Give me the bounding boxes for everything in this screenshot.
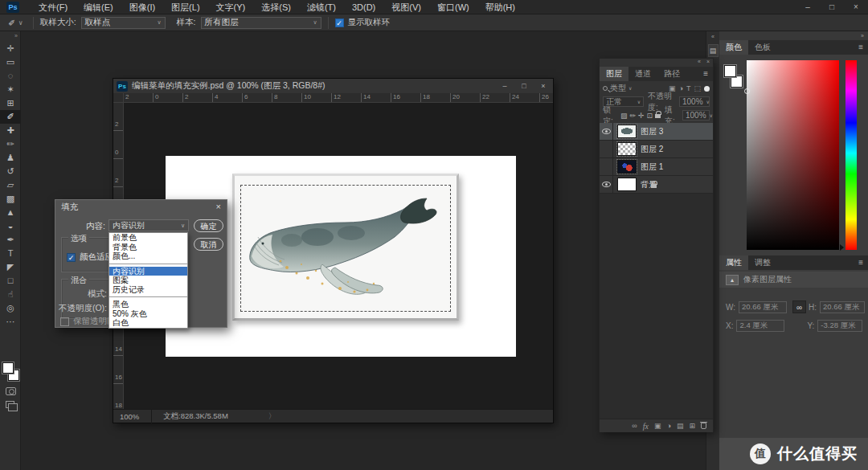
layer-group-icon[interactable]: ▤ xyxy=(677,422,684,430)
tab-properties[interactable]: 属性 xyxy=(719,255,748,270)
menu-item[interactable]: 帮助(H) xyxy=(477,0,523,14)
type-tool[interactable]: T xyxy=(0,247,21,260)
saturation-brightness-field[interactable] xyxy=(747,60,839,250)
menu-item[interactable]: 选择(S) xyxy=(253,0,299,14)
dropdown-option[interactable]: 前景色 xyxy=(109,233,187,243)
dropdown-option[interactable]: 背景色 xyxy=(109,243,187,252)
healing-brush-tool[interactable]: ✚ xyxy=(0,124,21,137)
color-picker-marker[interactable] xyxy=(744,88,750,94)
tab-channels[interactable]: 通道 xyxy=(628,67,657,81)
lock-position-icon[interactable]: ✛ xyxy=(638,112,645,120)
visibility-cell[interactable] xyxy=(600,123,613,141)
link-layers-icon[interactable]: ∞ xyxy=(632,422,637,430)
zoom-tool[interactable]: ◎ xyxy=(0,301,21,315)
visibility-cell[interactable] xyxy=(600,141,613,158)
menu-item[interactable]: 图像(I) xyxy=(121,0,163,14)
foreground-color-swatch[interactable] xyxy=(2,362,14,374)
dropdown-option[interactable]: 白色 xyxy=(109,318,187,328)
layer-row[interactable]: 背景 xyxy=(600,176,713,194)
eye-icon[interactable] xyxy=(602,129,611,134)
filter-adjustment-layer-icon[interactable]: ◑ xyxy=(679,84,683,92)
ok-button[interactable]: 确定 xyxy=(194,219,223,232)
lasso-tool[interactable]: ◌ xyxy=(0,69,21,83)
tab-color[interactable]: 颜色 xyxy=(719,40,748,55)
blur-tool[interactable]: ▲ xyxy=(0,206,21,219)
panel-collapse-icon[interactable]: « xyxy=(698,59,701,64)
panel-menu-icon[interactable]: ≡ xyxy=(703,67,713,81)
visibility-cell[interactable] xyxy=(600,176,613,194)
zoom-level[interactable]: 100% xyxy=(113,410,152,423)
lock-transparency-icon[interactable]: ▨ xyxy=(620,112,628,120)
new-layer-icon[interactable]: ⊞ xyxy=(689,422,695,430)
toolbar-expand-icon[interactable]: » xyxy=(0,31,20,42)
move-tool[interactable]: ✛ xyxy=(0,42,21,55)
document-title-bar[interactable]: Ps 编辑菜单的填充实例.psd @ 100% (图层 3, RGB/8#) –… xyxy=(113,79,553,93)
menu-item[interactable]: 编辑(E) xyxy=(76,0,121,14)
layer-mask-icon[interactable]: ▣ xyxy=(654,422,661,430)
sample-select[interactable]: 所有图层 ∨ xyxy=(201,17,321,29)
layer-effects-icon[interactable]: fx xyxy=(643,422,649,431)
menu-item[interactable]: 文字(Y) xyxy=(208,0,254,14)
lock-artboard-icon[interactable]: ⊡ xyxy=(647,112,653,120)
menu-item[interactable]: 视图(V) xyxy=(383,0,429,14)
status-chevron-icon[interactable]: 〉 xyxy=(228,411,276,422)
dropdown-option[interactable]: 黑色 xyxy=(109,300,187,309)
dialog-close-icon[interactable]: × xyxy=(216,202,221,211)
dock-expand-icon[interactable]: » xyxy=(861,33,864,39)
history-brush-tool[interactable]: ↺ xyxy=(0,165,21,178)
marquee-tool[interactable]: ▭ xyxy=(0,55,21,69)
screen-mode-button[interactable] xyxy=(6,401,14,408)
layer-thumbnail[interactable] xyxy=(617,178,637,191)
menu-item[interactable]: 滤镜(T) xyxy=(299,0,344,14)
lock-pixels-icon[interactable]: ✏ xyxy=(629,112,636,120)
adjustment-layer-icon[interactable]: ◑ xyxy=(667,422,671,430)
crop-tool[interactable]: ⊞ xyxy=(0,96,21,110)
path-selection-tool[interactable]: ◤ xyxy=(0,260,21,274)
doc-minimize-icon[interactable]: – xyxy=(495,79,514,93)
y-field[interactable]: -3.28 厘米 xyxy=(817,320,862,332)
history-panel-icon[interactable]: ▤ xyxy=(708,44,719,57)
tab-adjustments[interactable]: 调整 xyxy=(748,255,777,270)
close-icon[interactable]: × xyxy=(844,0,868,14)
dropdown-option[interactable]: 内容识别 xyxy=(109,267,187,276)
x-field[interactable]: 2.4 厘米 xyxy=(736,320,784,332)
menu-item[interactable]: 窗口(W) xyxy=(429,0,477,14)
fill-dialog-title[interactable]: 填充 xyxy=(55,200,227,214)
eye-icon[interactable] xyxy=(602,182,611,187)
layer-thumbnail[interactable] xyxy=(617,160,637,174)
fill-content-select[interactable]: 内容识别 ∨ xyxy=(108,219,189,231)
menu-item[interactable]: 3D(D) xyxy=(344,0,383,14)
color-panel-foreground-swatch[interactable] xyxy=(724,65,736,77)
tab-paths[interactable]: 路径 xyxy=(657,67,686,81)
shape-tool[interactable]: □ xyxy=(0,274,21,288)
chevron-down-icon[interactable]: ∨ xyxy=(628,85,632,91)
lock-all-icon[interactable] xyxy=(655,114,661,118)
dropdown-option[interactable]: 历史记录 xyxy=(109,285,187,295)
dropdown-option[interactable]: 50% 灰色 xyxy=(109,309,187,319)
color-adaptation-checkbox[interactable]: ✓ xyxy=(67,253,76,262)
panel-menu-icon[interactable]: ≡ xyxy=(858,40,868,55)
color-panel-background-swatch[interactable] xyxy=(731,76,743,88)
clone-stamp-tool[interactable]: ♟ xyxy=(0,151,21,165)
more-tools[interactable]: ⋯ xyxy=(0,315,21,329)
sample-size-select[interactable]: 取样点 ∨ xyxy=(81,17,166,29)
dock-collapse-icon[interactable]: « xyxy=(706,31,719,39)
hand-tool[interactable]: ☝ xyxy=(0,288,21,301)
hue-slider-marker[interactable] xyxy=(840,244,844,251)
maximize-icon[interactable]: □ xyxy=(820,0,844,14)
filter-type-layer-icon[interactable]: T xyxy=(686,84,691,92)
layer-thumbnail[interactable] xyxy=(617,125,637,138)
panel-menu-icon[interactable]: ≡ xyxy=(858,255,868,270)
layer-row[interactable]: 图层 1 xyxy=(600,158,713,176)
magic-wand-tool[interactable]: ✶ xyxy=(0,83,21,96)
layer-thumbnail[interactable] xyxy=(617,142,637,156)
eyedropper-tool[interactable]: ✐ xyxy=(0,110,21,124)
pen-tool[interactable]: ✒ xyxy=(0,233,21,247)
visibility-cell[interactable] xyxy=(600,158,613,176)
eyedropper-icon[interactable]: ✐ xyxy=(8,18,15,27)
tool-preset-caret-icon[interactable]: ∨ xyxy=(18,19,23,27)
tab-layers[interactable]: 图层 xyxy=(600,67,628,81)
layer-row[interactable]: 图层 2 xyxy=(600,141,713,158)
minimize-icon[interactable]: – xyxy=(796,0,820,14)
filter-toggle-icon[interactable] xyxy=(704,86,710,92)
